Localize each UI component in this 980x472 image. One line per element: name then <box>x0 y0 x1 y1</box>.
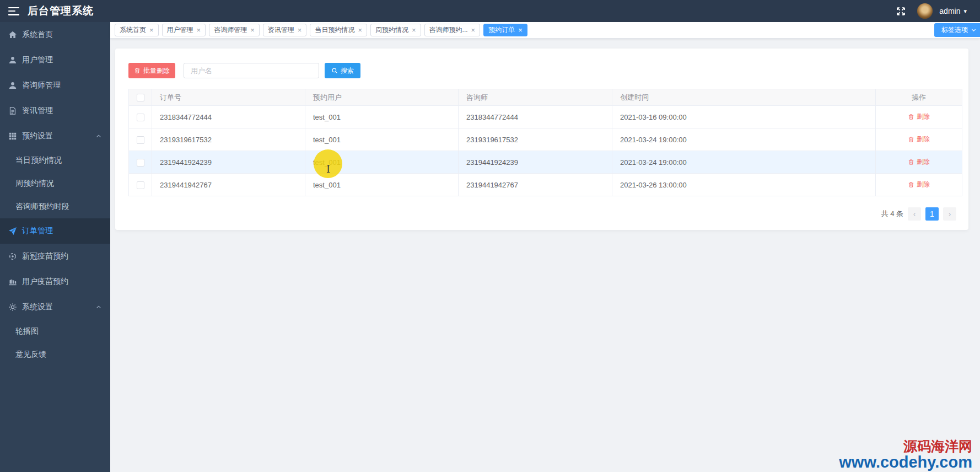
pagination-prev-button[interactable]: ‹ <box>908 207 921 221</box>
sidebar-item-users[interactable]: 用户管理 <box>0 47 110 73</box>
sidebar-subitem-booking-settings-2[interactable]: 咨询师预约时段 <box>0 195 110 218</box>
batch-delete-button[interactable]: 批量删除 <box>128 63 175 78</box>
tag-options-button[interactable]: 标签选项 <box>934 23 980 37</box>
tab-1[interactable]: 用户管理× <box>162 24 206 36</box>
sidebar-item-label: 预约设置 <box>22 131 53 141</box>
consultant-icon <box>8 81 17 90</box>
app-title: 后台管理系统 <box>28 4 94 18</box>
sidebar-item-home[interactable]: 系统首页 <box>0 22 110 47</box>
tab-7[interactable]: 预约订单× <box>483 24 527 36</box>
sidebar-subitem-system-settings-1[interactable]: 意见反馈 <box>0 343 110 366</box>
pagination-page-1[interactable]: 1 <box>925 207 939 221</box>
trash-icon <box>134 67 141 74</box>
sidebar-item-label: 用户疫苗预约 <box>22 277 68 287</box>
tab-close-icon[interactable]: × <box>250 26 255 34</box>
tab-label: 预约订单 <box>488 25 515 35</box>
tab-close-icon[interactable]: × <box>518 26 523 34</box>
row-checkbox[interactable] <box>137 181 144 189</box>
table-row: 2319441942767test_00123194419427672021-0… <box>129 174 962 196</box>
cell-user: test_001 <box>305 174 459 196</box>
tab-label: 系统首页 <box>120 25 146 35</box>
tab-close-icon[interactable]: × <box>412 26 416 34</box>
sidebar-item-system-settings[interactable]: 系统设置 <box>0 294 110 320</box>
row-checkbox[interactable] <box>137 136 144 144</box>
content-card: 批量删除 搜索 订单号预约用户咨询师创建时间操作 2318344772444te… <box>115 49 968 230</box>
toolbar: 批量删除 搜索 <box>128 63 962 78</box>
row-checkbox[interactable] <box>137 159 144 167</box>
sidebar-subitem-label: 轮播图 <box>15 326 39 336</box>
app-header: 后台管理系统 admin ▾ <box>0 0 980 22</box>
pagination-total: 共 4 条 <box>881 209 903 219</box>
batch-delete-label: 批量删除 <box>143 66 170 76</box>
row-checkbox[interactable] <box>137 114 144 121</box>
user-icon <box>8 56 17 65</box>
main-content: 批量删除 搜索 订单号预约用户咨询师创建时间操作 2318344772444te… <box>110 39 980 472</box>
sidebar-subitem-label: 周预约情况 <box>15 179 54 189</box>
username[interactable]: admin <box>939 7 960 15</box>
cell-user: test_001 <box>305 128 459 151</box>
search-button[interactable]: 搜索 <box>325 63 360 78</box>
sidebar-item-consultants[interactable]: 咨询师管理 <box>0 73 110 98</box>
username-search-input[interactable] <box>184 63 319 78</box>
delete-button[interactable]: 删除 <box>908 180 930 189</box>
send-icon <box>8 227 17 235</box>
document-icon <box>8 106 17 115</box>
tab-close-icon[interactable]: × <box>197 26 201 34</box>
cell-created: 2021-03-26 13:00:00 <box>612 174 876 196</box>
tab-6[interactable]: 咨询师预约...× <box>424 24 481 36</box>
trash-icon <box>908 136 914 143</box>
sidebar-subitem-booking-settings-1[interactable]: 周预约情况 <box>0 172 110 195</box>
delete-button[interactable]: 删除 <box>908 112 930 121</box>
grid-icon <box>8 132 17 141</box>
delete-label: 删除 <box>917 135 930 144</box>
delete-label: 删除 <box>917 157 930 167</box>
tab-close-icon[interactable]: × <box>471 26 476 34</box>
tab-3[interactable]: 资讯管理× <box>263 24 307 36</box>
delete-button[interactable]: 删除 <box>908 135 930 144</box>
pagination-next-button[interactable]: › <box>943 207 956 221</box>
sidebar-item-label: 新冠疫苗预约 <box>22 251 68 261</box>
trash-icon <box>908 114 914 120</box>
search-label: 搜索 <box>341 66 354 76</box>
watermark: 源码海洋网 www.codehy.com <box>839 439 972 471</box>
fullscreen-icon[interactable] <box>896 6 906 17</box>
tab-2[interactable]: 咨询师管理× <box>209 24 260 36</box>
tab-5[interactable]: 周预约情况× <box>370 24 421 36</box>
sidebar-item-user-vaccine[interactable]: 用户疫苗预约 <box>0 269 110 294</box>
tab-close-icon[interactable]: × <box>149 26 154 34</box>
select-all-checkbox[interactable] <box>137 94 144 101</box>
hamburger-menu-icon[interactable] <box>8 7 19 15</box>
chevron-down-icon[interactable]: ▾ <box>963 8 967 15</box>
cell-user: test_001 <box>305 106 459 128</box>
tab-label: 咨询师预约... <box>429 25 468 35</box>
sidebar-item-label: 系统设置 <box>22 302 53 312</box>
cell-consultant: 2319441924239 <box>459 151 612 174</box>
sidebar-item-covid-vaccine[interactable]: 新冠疫苗预约 <box>0 244 110 269</box>
avatar[interactable] <box>917 3 933 19</box>
sidebar-item-booking-settings[interactable]: 预约设置 <box>0 124 110 149</box>
tab-close-icon[interactable]: × <box>358 26 362 34</box>
tab-close-icon[interactable]: × <box>298 26 302 34</box>
chevron-up-icon <box>95 133 102 140</box>
delete-label: 删除 <box>917 112 930 121</box>
tab-0[interactable]: 系统首页× <box>115 24 159 36</box>
watermark-site-name: 源码海洋网 <box>839 439 972 454</box>
search-icon <box>331 67 338 74</box>
sidebar-item-label: 用户管理 <box>22 55 53 65</box>
sidebar-subitem-system-settings-0[interactable]: 轮播图 <box>0 320 110 343</box>
sidebar-item-orders[interactable]: 订单管理 <box>0 218 110 244</box>
pagination: 共 4 条 ‹ 1 › <box>128 207 962 221</box>
delete-button[interactable]: 删除 <box>908 157 930 167</box>
tab-label: 资讯管理 <box>268 25 294 35</box>
sidebar: 系统首页用户管理咨询师管理资讯管理预约设置当日预约情况周预约情况咨询师预约时段订… <box>0 22 110 472</box>
sidebar-subitem-booking-settings-0[interactable]: 当日预约情况 <box>0 149 110 172</box>
tab-label: 用户管理 <box>167 25 193 35</box>
table-row: 2319441924239test_00123194419242392021-0… <box>129 151 962 174</box>
table-header-row: 订单号预约用户咨询师创建时间操作 <box>129 89 962 106</box>
tab-list: 系统首页×用户管理×咨询师管理×资讯管理×当日预约情况×周预约情况×咨询师预约.… <box>115 24 531 36</box>
tab-4[interactable]: 当日预约情况× <box>310 24 367 36</box>
cell-consultant: 2319319617532 <box>459 128 612 151</box>
sidebar-item-news[interactable]: 资讯管理 <box>0 98 110 124</box>
column-header-3: 创建时间 <box>612 89 876 106</box>
tab-label: 当日预约情况 <box>315 25 354 35</box>
